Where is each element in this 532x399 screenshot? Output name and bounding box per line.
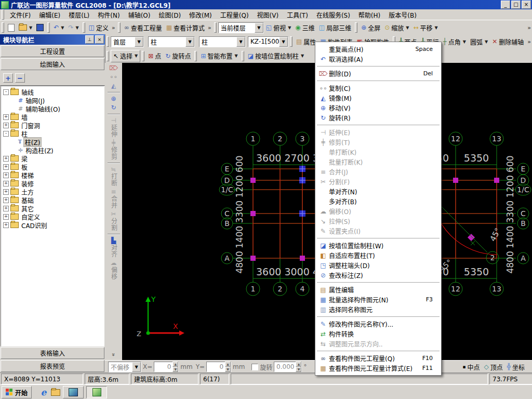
chevron-down-icon[interactable]: ▼ [236,37,245,47]
context-menu-item[interactable]: ▥选择同名称图元 [315,304,441,314]
toolbar-overflow-chevron[interactable]: » [111,24,116,31]
tree-item[interactable]: +板 [1,163,104,171]
spinner-arrows-icon[interactable]: ▲▼ [172,362,178,372]
expand-toggle-icon[interactable]: + [3,114,9,120]
angle-stepper[interactable]: 0.000▲▼ [274,362,302,372]
snap-vertex-button[interactable]: ◇顶点 [482,361,505,373]
toolbar-grip[interactable] [355,22,357,33]
toolbar-grip[interactable] [107,51,109,61]
expand-toggle-icon[interactable]: + [3,197,9,203]
expand-toggle-icon[interactable]: + [3,222,9,228]
view-quantity-button[interactable]: ∞查看工程量 [122,22,164,33]
delete-aux-axis-button[interactable]: ✕删除辅轴 [490,36,526,47]
tree-item[interactable]: +CAD识别 [1,221,104,229]
copy-tool-button[interactable]: ∘∘ [107,73,121,82]
context-menu-item[interactable]: ↻旋转(R) [315,113,441,123]
view-calculation-button[interactable]: ▦查看计算式 [164,22,207,33]
context-menu-item[interactable]: ⇄构件转换 [315,329,441,339]
toolbar-grip[interactable] [83,22,85,33]
menubar-item[interactable]: 楼层(L) [64,9,94,20]
context-menu-item[interactable]: ⊕移动(V) [315,103,441,113]
menubar-grip[interactable] [2,9,4,20]
category-combo[interactable]: 柱▼ [148,36,195,47]
rotate-tool-button[interactable]: ↻ [107,103,121,112]
toolbar-grip[interactable] [290,36,292,47]
toolbar-overflow-chevron[interactable]: » [207,24,212,31]
mirror-tool-button[interactable]: ◭ [107,82,121,90]
point-angle-axis-button[interactable]: ┼点角▼ [441,36,468,47]
define-button[interactable]: ◫定义 [87,22,111,33]
close-icon[interactable]: × [95,35,104,44]
menubar-item[interactable]: 视图(V) [253,9,283,20]
tree-item[interactable]: ✛构造柱(Z) [1,146,104,154]
chevron-down-icon[interactable]: ▼ [255,23,263,33]
close-button[interactable]: × [522,1,531,9]
undo-button[interactable]: ↶▼ [51,22,66,33]
element-combo[interactable]: KZ-1[500›▼ [248,36,288,47]
tree-item[interactable]: #辅助轴线(O) [1,104,104,113]
tool-strip-overflow-chevron[interactable]: » [110,353,117,356]
menubar-item[interactable]: 工程量(Q) [216,9,253,20]
tree-item[interactable]: +土方 [1,188,104,196]
toolbar-grip[interactable] [47,22,50,33]
toolbar-overflow-chevron[interactable]: » [526,24,532,31]
tree-item[interactable]: +墙 [1,113,104,121]
project-settings-button[interactable]: 工程设置 [1,45,104,57]
pan-button[interactable]: ↔平移▼ [411,22,440,33]
ie-quicklaunch-icon[interactable]: e [39,388,48,397]
expand-toggle-icon[interactable]: + [3,214,9,220]
menubar-item[interactable]: 工具(T) [283,9,312,20]
tree-item[interactable]: +梁 [1,154,104,163]
align-tool-button[interactable]: ▙对齐 [107,236,121,259]
top-view-button[interactable]: ◱俯视▼ [264,22,294,33]
chevron-down-icon[interactable]: ▼ [185,37,194,47]
taskbar-cad-app-button[interactable] [63,386,84,398]
start-button[interactable]: 开始 [2,386,32,398]
context-menu-item[interactable]: ↶取消选择(A) [315,54,441,64]
context-menu-item[interactable]: ◭镜像(M) [315,93,441,103]
table-input-button[interactable]: 表格输入 [1,347,104,359]
point-tool-button[interactable]: ⊠点 [146,50,163,62]
toolbar-grip[interactable] [118,22,121,33]
tree-item[interactable]: +楼梯 [1,171,104,179]
menubar-item[interactable]: 帮助(H) [354,9,384,20]
context-menu-item[interactable]: 重复画点(H)Space [315,44,441,54]
context-menu-item[interactable]: 单对齐(N) [315,187,441,196]
tree-item[interactable]: +其它 [1,204,104,212]
toolbar-grip[interactable] [242,51,244,61]
draw-column-by-wall-button[interactable]: ◪按墙位置绘制柱▼ [246,50,307,62]
rotate-point-tool-button[interactable]: ↻旋转点 [163,50,193,62]
fullscreen-button[interactable]: ⊕全屏 [359,22,382,33]
partial-3d-button[interactable]: ◫局部三维 [317,22,353,33]
tree-item[interactable]: #轴网(J) [1,96,104,104]
pin-icon[interactable]: ⊥ [85,35,94,44]
menubar-item[interactable]: 编辑(E) [35,9,64,20]
context-menu-item[interactable]: ◳调整柱端头(D) [315,260,441,270]
trim-tool-button[interactable]: ╪修剪 [107,139,121,161]
extend-tool-button[interactable]: ⊣延伸 [107,116,121,139]
redo-button[interactable]: ↷▼ [66,22,81,33]
expand-toggle-icon[interactable]: + [3,189,9,195]
collapse-toggle-icon[interactable]: - [3,89,9,95]
select-tool-button[interactable]: ↖选择▼ [111,50,140,62]
expand-toggle-icon[interactable]: + [3,164,9,170]
taskbar-gcl-app-button[interactable] [86,386,107,398]
chevron-down-icon[interactable]: ▼ [279,37,288,47]
open-button[interactable]: ▼ [17,22,34,33]
view-3d-button[interactable]: ◉三维 [293,22,317,33]
arc-axis-button[interactable]: 圆弧▼ [468,36,490,47]
menubar-item[interactable]: 文件(F) [6,9,35,20]
split-tool-button[interactable]: ✂分割 [107,210,121,232]
tree-item[interactable]: Ŧ柱(Z) [1,138,104,146]
menubar-item[interactable]: 修改(M) [185,9,216,20]
menubar-item[interactable]: 在线服务(S) [312,9,354,20]
folder-quicklaunch-icon[interactable] [51,388,60,397]
expand-toggle-icon[interactable]: + [3,123,9,128]
x-offset-stepper[interactable]: 0▲▼ [154,362,179,372]
context-menu-item[interactable]: ⊘查改标注(Z) [315,270,441,280]
toolbar-overflow-chevron[interactable]: » [526,38,532,45]
menubar-item[interactable]: 构件(N) [94,9,124,20]
rotate-checkbox[interactable] [251,364,258,370]
context-menu-item[interactable]: ▤属性编辑 [315,285,441,295]
snap-coordinate-button[interactable]: ╬坐标 [505,361,527,373]
